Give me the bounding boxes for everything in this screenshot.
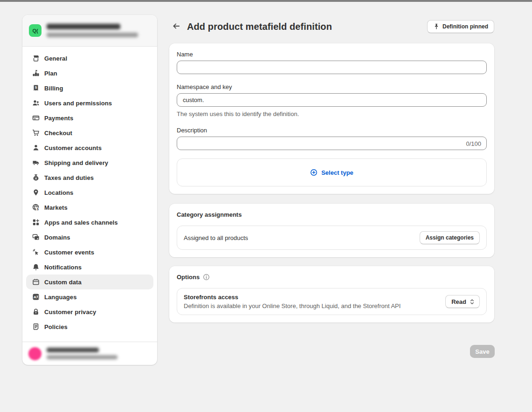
shopify-settings-page: { "header": { "title": "Add product meta… xyxy=(0,0,532,412)
namespace-help-text: The system uses this to identify the def… xyxy=(177,110,487,117)
storefronts-access-title: Storefronts access xyxy=(184,294,401,301)
definition-pinned-label: Definition pinned xyxy=(442,23,488,30)
sidebar-item-label: Plan xyxy=(44,70,57,77)
sidebar-item-label: General xyxy=(44,55,67,62)
sidebar-item-label: Locations xyxy=(44,189,73,196)
store-name-redacted xyxy=(47,24,120,29)
chevron-up-down-icon xyxy=(470,299,475,305)
sidebar-item-label: Domains xyxy=(44,234,70,241)
user-name-redacted xyxy=(47,348,99,352)
namespace-input[interactable] xyxy=(177,93,487,107)
sidebar-item-label: Payments xyxy=(44,115,73,122)
sidebar-item-locations[interactable]: Locations xyxy=(26,185,153,200)
sidebar-item-label: Shipping and delivery xyxy=(44,159,108,166)
options-title: Options xyxy=(177,274,200,281)
sidebar-item-languages[interactable]: A Languages xyxy=(26,289,153,304)
person-icon xyxy=(32,144,40,151)
payments-icon xyxy=(32,114,40,122)
name-label: Name xyxy=(177,51,487,58)
domains-icon xyxy=(32,233,40,241)
sidebar-item-label: Customer privacy xyxy=(44,309,96,316)
window-top-strip xyxy=(0,0,532,2)
sidebar-item-billing[interactable]: $ Billing xyxy=(26,81,153,96)
category-assignments-card: Category assignments Assigned to all pro… xyxy=(169,204,494,257)
sidebar-item-markets[interactable]: $ Markets xyxy=(26,200,153,215)
storefronts-access-select[interactable]: Read xyxy=(445,295,480,308)
sidebar-item-customer-accounts[interactable]: Customer accounts xyxy=(26,140,153,155)
settings-sidebar: Q( General Plan $ Billing Users and perm… xyxy=(22,15,157,365)
sidebar-item-domains[interactable]: Domains xyxy=(26,230,153,245)
svg-text:A: A xyxy=(34,295,36,299)
sidebar-item-label: Users and permissions xyxy=(44,100,112,107)
sidebar-item-custom-data[interactable]: Custom data xyxy=(26,275,153,289)
sidebar-item-apps-and-sales-channels[interactable]: Apps and sales channels xyxy=(26,215,153,230)
select-type-button[interactable]: Select type xyxy=(177,158,487,186)
category-assignments-title: Category assignments xyxy=(177,211,487,218)
plan-icon xyxy=(32,69,40,77)
events-icon xyxy=(32,248,40,256)
name-field-group: Name xyxy=(177,51,487,74)
cart-icon xyxy=(32,129,40,137)
store-meta xyxy=(47,24,138,37)
users-icon xyxy=(32,99,40,107)
sidebar-item-label: Custom data xyxy=(44,279,82,286)
languages-icon: A xyxy=(32,293,40,301)
plus-circle-icon xyxy=(310,169,318,176)
page-header: Add product metafield definition Definit… xyxy=(169,20,494,34)
sidebar-item-general[interactable]: General xyxy=(26,51,153,66)
sidebar-item-label: Apps and sales channels xyxy=(44,219,118,226)
sidebar-item-customer-privacy[interactable]: Customer privacy xyxy=(26,304,153,319)
description-field-group: Description 0/100 xyxy=(177,127,487,150)
apps-icon xyxy=(32,219,40,226)
namespace-field-group: Namespace and key The system uses this t… xyxy=(177,83,487,117)
sidebar-nav: General Plan $ Billing Users and permiss… xyxy=(22,47,157,342)
user-email-redacted xyxy=(47,355,117,359)
category-status-text: Assigned to all products xyxy=(184,234,248,241)
sidebar-item-label: Customer events xyxy=(44,249,94,256)
sidebar-item-checkout[interactable]: Checkout xyxy=(26,125,153,140)
location-icon xyxy=(32,189,40,196)
definition-pinned-button[interactable]: Definition pinned xyxy=(427,20,494,33)
assign-categories-button[interactable]: Assign categories xyxy=(420,231,480,244)
read-select-value: Read xyxy=(451,298,466,305)
store-domain-redacted xyxy=(47,33,138,37)
markets-icon: $ xyxy=(32,204,40,211)
info-icon[interactable] xyxy=(203,274,210,281)
sidebar-item-customer-events[interactable]: Customer events xyxy=(26,245,153,260)
policies-icon xyxy=(32,323,40,330)
user-account-footer[interactable] xyxy=(22,342,157,365)
sidebar-item-label: Languages xyxy=(44,294,77,301)
user-avatar xyxy=(28,347,41,360)
description-label: Description xyxy=(177,127,487,134)
storefronts-access-description: Definition is available in your Online S… xyxy=(184,302,401,309)
custom-data-icon xyxy=(32,278,40,286)
sidebar-item-payments[interactable]: Payments xyxy=(26,110,153,125)
storefronts-access-row: Storefronts access Definition is availab… xyxy=(177,288,487,315)
sidebar-item-label: Checkout xyxy=(44,130,72,137)
sidebar-item-shipping-and-delivery[interactable]: Shipping and delivery xyxy=(26,155,153,170)
svg-text:$: $ xyxy=(37,207,39,211)
sidebar-item-policies[interactable]: Policies xyxy=(26,319,153,334)
lock-icon xyxy=(32,308,40,316)
namespace-label: Namespace and key xyxy=(177,83,487,90)
sidebar-item-taxes-and-duties[interactable]: Taxes and duties xyxy=(26,170,153,185)
sidebar-item-label: Customer accounts xyxy=(44,144,102,151)
pin-icon xyxy=(433,23,440,30)
arrow-left-icon xyxy=(172,22,180,32)
taxes-icon xyxy=(32,174,40,181)
select-type-label: Select type xyxy=(321,169,353,176)
save-button[interactable]: Save xyxy=(470,345,495,358)
store-header[interactable]: Q( xyxy=(22,15,157,47)
options-card: Options Storefronts access Definition is… xyxy=(169,266,494,323)
name-input[interactable] xyxy=(177,61,487,74)
sidebar-item-notifications[interactable]: Notifications xyxy=(26,260,153,275)
billing-icon: $ xyxy=(32,84,40,92)
user-meta xyxy=(47,348,117,359)
back-button[interactable] xyxy=(171,21,181,32)
sidebar-item-users-and-permissions[interactable]: Users and permissions xyxy=(26,96,153,110)
sidebar-item-label: Billing xyxy=(44,85,63,92)
store-icon xyxy=(32,55,40,62)
description-input[interactable] xyxy=(177,137,487,150)
sidebar-item-plan[interactable]: Plan xyxy=(26,66,153,81)
sidebar-item-label: Notifications xyxy=(44,264,82,271)
